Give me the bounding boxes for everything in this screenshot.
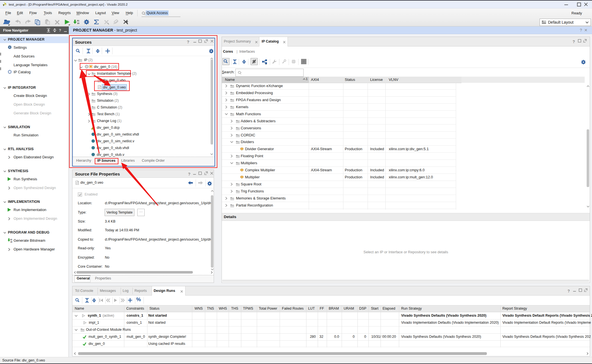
svg-text:01: 01 — [10, 239, 13, 241]
svg-text:?: ? — [59, 28, 61, 32]
svg-text:10: 10 — [77, 22, 79, 25]
svg-text:01: 01 — [77, 19, 79, 22]
svg-text:10: 10 — [10, 241, 13, 243]
